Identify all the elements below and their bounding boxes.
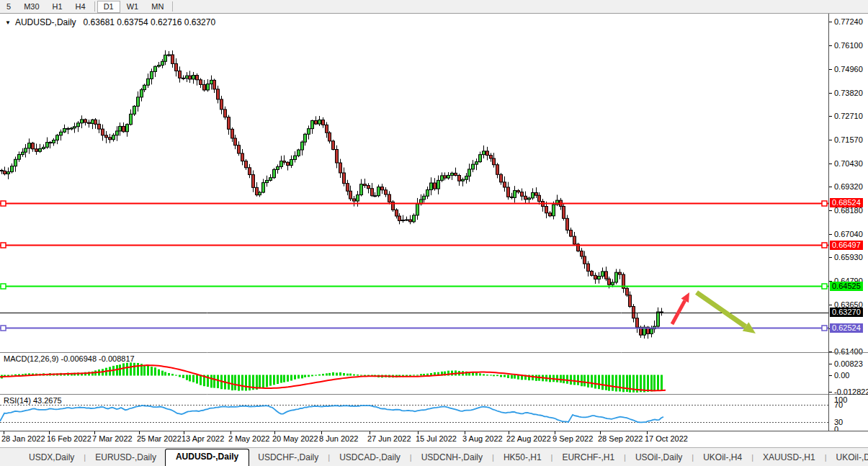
date-axis-label: 28 Sep 2022 — [598, 434, 643, 443]
macd-axis-tick: 0.00 — [834, 371, 849, 380]
macd-axis-tick-mark — [829, 375, 832, 376]
tab-audusd-daily[interactable]: AUDUSD-,Daily — [165, 449, 249, 466]
price-axis-tick: 0.73820 — [834, 89, 863, 97]
price-axis-tick: 0.69320 — [834, 182, 863, 191]
date-axis-label: 9 Sep 2022 — [552, 434, 593, 443]
trading-terminal-window: 5M30H1H4D1W1MN ▼ AUDUSD-,Daily 0.63681 0… — [0, 0, 868, 466]
price-axis-tick-mark — [829, 140, 832, 140]
timeframe-button-5[interactable]: 5 — [0, 1, 17, 12]
toolbar-separator — [94, 1, 95, 12]
price-axis-tick-mark — [829, 116, 832, 117]
panel-separator — [829, 352, 868, 353]
tab-usdx-daily[interactable]: USDX,Daily — [20, 450, 83, 466]
date-axis-label: 20 May 2022 — [272, 434, 318, 443]
price-axis-tick: 0.70430 — [834, 159, 863, 168]
timeframe-button-m30[interactable]: M30 — [17, 1, 45, 12]
macd-axis-tick-mark — [829, 364, 832, 364]
timeframe-button-h1[interactable]: H1 — [46, 1, 69, 12]
tab-hk50-h1[interactable]: HK50-,H1 — [495, 450, 550, 466]
price-level-tag-0.66497: 0.66497 — [830, 241, 863, 250]
date-axis-label: 7 Mar 2022 — [92, 434, 133, 443]
price-axis-tick-mark — [829, 45, 832, 46]
date-axis-label: 25 Mar 2022 — [137, 434, 182, 443]
date-axis-label: 17 Oct 2022 — [645, 434, 688, 443]
price-axis-tick: 0.72710 — [834, 112, 863, 120]
price-axis-tick: 0.77240 — [834, 17, 863, 26]
date-axis-label: 3 Aug 2022 — [462, 434, 503, 443]
date-axis-label: 22 Aug 2022 — [506, 434, 551, 443]
price-axis: 0.772400.761000.749600.738200.727100.715… — [828, 14, 868, 431]
price-axis-tick-mark — [829, 93, 832, 94]
date-axis-label: 15 Jul 2022 — [416, 434, 457, 443]
tab-ukoil-h4[interactable]: UKOil-,H4 — [694, 450, 751, 466]
tab-usoil-daily[interactable]: USOil-,Daily — [627, 450, 691, 466]
chart-region: ▼ AUDUSD-,Daily 0.63681 0.63754 0.62716 … — [0, 14, 868, 431]
price-level-tag-0.68524: 0.68524 — [830, 198, 863, 207]
timeframe-button-h4[interactable]: H4 — [69, 1, 92, 12]
price-axis-tick: 0.74960 — [834, 65, 863, 73]
price-axis-tick-mark — [829, 257, 832, 258]
price-level-tag-0.62524: 0.62524 — [830, 323, 863, 333]
price-axis-tick-mark — [829, 22, 832, 22]
date-axis-label: 8 Jun 2022 — [319, 434, 358, 443]
timeframe-button-d1[interactable]: D1 — [97, 1, 120, 13]
toolbar-separator — [172, 1, 173, 12]
macd-axis-tick-mark — [829, 392, 832, 393]
price-axis-tick-mark — [829, 305, 832, 305]
macd-axis-tick: 0.00823 — [834, 359, 863, 368]
price-axis-tick-mark — [829, 69, 832, 70]
date-axis: 28 Jan 202216 Feb 20227 Mar 202225 Mar 2… — [0, 431, 868, 448]
price-axis-tick: 0.76100 — [834, 41, 863, 50]
tab-eurusd-daily[interactable]: EURUSD-,Daily — [86, 450, 165, 466]
price-axis-tick-mark — [829, 187, 832, 187]
tab-ukoil-daily[interactable]: UKOil-,Daily — [828, 450, 868, 466]
price-level-tag-0.63270: 0.63270 — [830, 308, 863, 317]
timeframe-button-w1[interactable]: W1 — [120, 1, 146, 12]
tab-xauusd-h1[interactable]: XAUUSD-,H1 — [754, 450, 824, 466]
tab-eurchf-h1[interactable]: EURCHF-,H1 — [553, 450, 623, 466]
price-axis-tick: 0.61400 — [834, 347, 863, 356]
tab-usdchf-daily[interactable]: USDCHF-,Daily — [249, 450, 327, 466]
price-axis-tick: 0.71570 — [834, 135, 863, 144]
price-axis-tick-mark — [829, 234, 832, 235]
date-axis-label: 16 Feb 2022 — [47, 434, 91, 443]
price-axis-tick: 0.65930 — [834, 253, 863, 261]
date-axis-label: 27 Jun 2022 — [367, 434, 411, 443]
tab-usdcad-daily[interactable]: USDCAD-,Daily — [331, 450, 409, 466]
chart-tab-bar: USDX,Daily|EURUSD-,DailyAUDUSD-,DailyUSD… — [0, 447, 868, 466]
price-axis-tick-mark — [829, 210, 832, 211]
price-axis-tick-mark — [829, 163, 832, 164]
price-axis-tick: 0.67040 — [834, 230, 863, 238]
date-axis-label: 2 May 2022 — [228, 434, 269, 443]
price-chart-canvas[interactable] — [0, 14, 828, 431]
price-level-tag-0.64525: 0.64525 — [830, 282, 863, 291]
date-axis-label: 28 Jan 2022 — [1, 434, 45, 443]
rsi-axis-tick: 70 — [834, 400, 843, 409]
date-axis-label: 13 Apr 2022 — [182, 434, 224, 443]
timeframe-toolbar: 5M30H1H4D1W1MN — [0, 0, 868, 14]
tab-usdcnh-daily[interactable]: USDCNH-,Daily — [413, 450, 491, 466]
timeframe-button-mn[interactable]: MN — [145, 1, 170, 12]
